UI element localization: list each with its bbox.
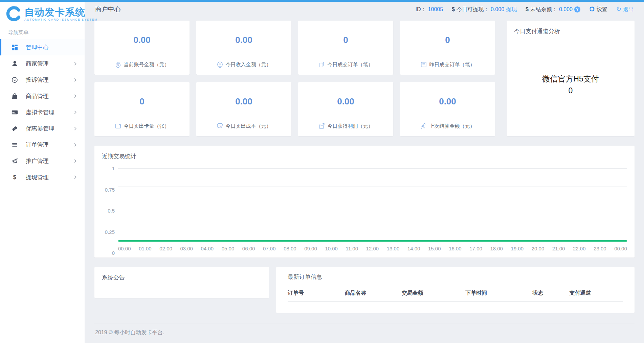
channel-panel-title: 今日支付通道分析	[514, 27, 627, 35]
sidebar-item-order-management[interactable]: 订单管理	[0, 137, 85, 153]
stat-value: 0	[139, 97, 144, 106]
chevron-right-icon	[73, 175, 77, 179]
sidebar-item-label: 提现管理	[26, 173, 73, 181]
question-icon[interactable]: ?	[574, 6, 580, 13]
sidebar-item-product-management[interactable]: 商品管理	[0, 88, 85, 104]
sidebar-item-management-center[interactable]: 管理中心	[0, 39, 85, 55]
stat-card-sell-cost: 0.00 ¥ 今日卖出成本（元）	[196, 82, 291, 136]
sidebar-item-label: 投诉管理	[26, 76, 73, 84]
withdrawable-today: $ 今日可提现：0.000 提现	[452, 6, 517, 13]
stat-label: 今日成交订单（笔）	[328, 62, 373, 68]
settings-button[interactable]: 设置	[589, 6, 607, 13]
stat-card-cards-sold: 0 今日卖出卡量（张）	[94, 82, 190, 136]
stat-value: 0.00	[337, 97, 354, 106]
app-logo[interactable]: 自动发卡系统 AUTOMATIC CARD ISSUANCE SYSTEM	[0, 2, 85, 25]
list-icon	[11, 142, 18, 148]
chevron-right-icon	[73, 94, 77, 98]
stat-card-today-orders: 0 今日成交订单（笔）	[298, 21, 393, 75]
sidebar-item-merchant-management[interactable]: 商家管理	[0, 55, 85, 72]
sidebar-item-virtual-card-management[interactable]: 虚拟卡管理	[0, 104, 85, 120]
chart-y-axis: 10.750.50.250	[102, 168, 118, 253]
stat-cards-grid: 0.00 ¥ 当前账号金额（元） 0.00	[94, 21, 495, 136]
copy-icon	[318, 61, 325, 68]
balance-value: 0.000	[559, 6, 573, 13]
logout-button[interactable]: 退出	[616, 6, 634, 13]
stat-label: 今日卖出成本（元）	[226, 123, 271, 129]
stat-value: 0.00	[439, 97, 456, 106]
channel-name: 微信官方H5支付	[507, 74, 635, 84]
withdraw-link[interactable]: 提现	[506, 6, 517, 13]
sidebar-item-promotion-management[interactable]: 推广管理	[0, 153, 85, 169]
credit-card-icon	[11, 109, 18, 116]
column-header-pay-channel: 支付通道	[569, 290, 623, 297]
chevron-right-icon	[73, 62, 77, 66]
stat-card-today-income: 0.00 ¥ 今日收入金额（元）	[196, 21, 291, 75]
gear-icon	[589, 6, 595, 13]
user-icon	[11, 60, 18, 67]
column-header-amount: 交易金额	[402, 290, 465, 297]
dollar-icon: $	[11, 174, 18, 180]
dollar-icon: $	[452, 6, 455, 13]
chart-series-line	[118, 240, 627, 242]
channel-value: 0	[507, 86, 635, 95]
stat-label: 昨日成交订单（笔）	[429, 62, 475, 68]
orders-title: 最新订单信息	[288, 273, 623, 281]
stat-card-yesterday-orders: 0 昨日成交订单（笔）	[400, 21, 495, 75]
sidebar-item-withdraw-management[interactable]: $ 提现管理	[0, 169, 85, 185]
nav-section-label: 导航菜单	[0, 25, 85, 39]
paper-plane-icon	[11, 158, 18, 164]
payment-channel-panel: 今日支付通道分析 微信官方H5支付 0	[507, 21, 635, 136]
chart-plot-area	[118, 168, 627, 241]
stat-card-current-balance: 0.00 ¥ 当前账号金额（元）	[94, 21, 190, 75]
yuan-circle-icon: ¥	[217, 61, 223, 68]
sidebar: 自动发卡系统 AUTOMATIC CARD ISSUANCE SYSTEM 导航…	[0, 2, 85, 343]
chevron-right-icon	[73, 127, 77, 130]
chart-x-axis: 00:0001:0002:0003:0004:0005:0006:0007:00…	[118, 246, 627, 253]
svg-text:$: $	[13, 174, 16, 180]
wallet-icon	[318, 123, 325, 129]
stat-value: 0.00	[133, 35, 151, 44]
svg-text:¥: ¥	[220, 126, 222, 129]
withdraw-label: 今日可提现：	[457, 6, 489, 13]
stat-value: 0.00	[235, 97, 252, 106]
withdraw-value: 0.000	[491, 6, 504, 13]
svg-text:¥: ¥	[117, 64, 119, 67]
chevron-right-icon	[73, 78, 77, 82]
settings-label: 设置	[597, 6, 607, 13]
chart-title: 近期交易统计	[102, 152, 627, 160]
logo-swirl-icon	[5, 6, 21, 23]
stat-value: 0	[445, 35, 450, 44]
sidebar-item-label: 管理中心	[26, 44, 77, 51]
announcement-title: 系统公告	[102, 274, 262, 281]
latest-orders-panel: 最新订单信息 订单号 商品名称 交易金额 下单时间 状态 支付通道	[276, 267, 635, 313]
unsettled-balance: $ 未结余额：0.000 ?	[526, 6, 580, 13]
sidebar-item-complaint-management[interactable]: 投诉管理	[0, 72, 85, 88]
card-file-icon	[115, 123, 121, 129]
database-icon: ¥	[217, 123, 223, 129]
merchant-id-label: ID：	[416, 6, 426, 13]
page-header: 商户中心 ID：10005 $ 今日可提现：0.000 提现 $ 未结余额：0.…	[85, 2, 644, 17]
sidebar-item-label: 推广管理	[26, 157, 73, 165]
bag-icon	[11, 93, 18, 99]
transactions-chart-panel: 近期交易统计 10.750.50.250 00:0001:0002:0003:0…	[94, 146, 635, 258]
money-pouch-icon: ¥	[115, 61, 121, 68]
orders-table: 订单号 商品名称 交易金额 下单时间 状态 支付通道	[288, 290, 623, 302]
nav-menu: 管理中心 商家管理	[0, 39, 85, 185]
column-header-status: 状态	[532, 290, 569, 297]
footer: 2019 © 每小时自动发卡平台.	[94, 323, 635, 343]
order-list-icon	[420, 61, 427, 68]
merchant-id: ID：10005	[416, 6, 443, 13]
chevron-right-icon	[73, 159, 77, 163]
sidebar-item-coupon-management[interactable]: 优惠券管理	[0, 120, 85, 137]
stat-card-last-settlement: 0.00 上次结算金额（元）	[400, 82, 495, 136]
stat-label: 今日卖出卡量（张）	[124, 123, 170, 129]
stat-value: 0.00	[235, 35, 252, 44]
stat-label: 今日获得利润（元）	[328, 123, 373, 129]
frown-icon	[11, 77, 18, 83]
chevron-right-icon	[73, 111, 77, 114]
dollar-icon: $	[526, 6, 529, 13]
chevron-right-icon	[73, 143, 77, 147]
balance-label: 未结余额：	[530, 6, 557, 13]
column-header-order-time: 下单时间	[465, 290, 532, 297]
stat-value: 0	[343, 35, 348, 44]
